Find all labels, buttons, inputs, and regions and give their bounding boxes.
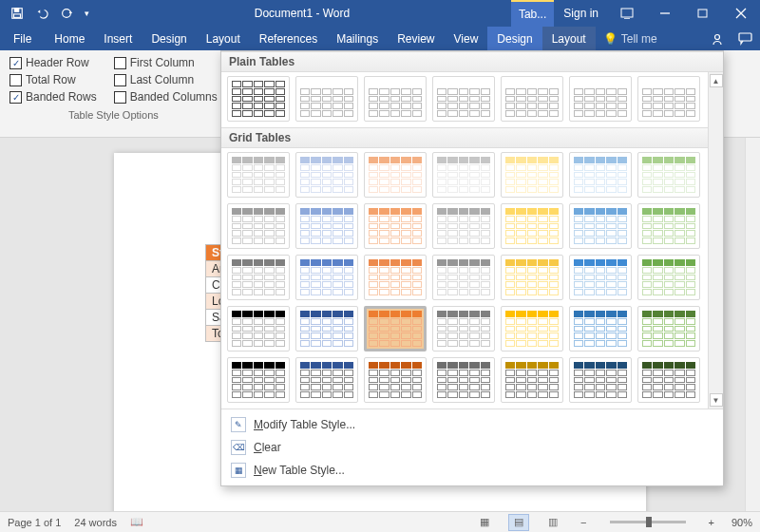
menu-label: Clear [254,441,281,454]
table-style-thumb[interactable] [295,255,358,300]
vertical-scrollbar[interactable] [745,138,760,511]
qat-customize-button[interactable]: ▾ [80,2,93,25]
table-style-thumb[interactable] [364,357,427,403]
check-banded-columns[interactable]: Banded Columns [114,90,218,104]
tab-view[interactable]: View [445,27,488,50]
title-bar: ▾ Document1 - Word Tab... Sign in [0,0,760,27]
menu-new-table-style[interactable]: ▦New Table Style... [221,459,723,482]
table-style-thumb[interactable] [501,76,563,122]
table-style-thumb[interactable] [295,306,358,352]
svg-rect-4 [621,9,633,17]
table-style-thumb[interactable] [295,203,358,249]
table-style-thumb[interactable] [569,203,632,249]
table-style-thumb[interactable] [501,255,563,300]
check-label: First Column [130,56,195,69]
check-header-row[interactable]: ✓Header Row [10,56,97,69]
table-style-thumb[interactable] [569,76,632,122]
close-button[interactable] [722,0,760,27]
group-label: Table Style Options [10,109,218,121]
menu-modify-table-style[interactable]: ✎Modify Table Style... [221,413,723,436]
table-style-thumb[interactable] [364,152,427,198]
table-style-thumb[interactable] [637,357,700,403]
tab-references[interactable]: References [250,27,327,50]
proofing-icon[interactable]: 📖 [130,516,143,528]
check-total-row[interactable]: Total Row [10,73,97,86]
table-style-thumb[interactable] [637,306,700,352]
tab-table-layout[interactable]: Layout [542,27,596,50]
zoom-level[interactable]: 90% [732,517,752,528]
table-style-thumb[interactable] [637,255,700,300]
view-web-layout-button[interactable]: ▥ [542,514,563,531]
minimize-button[interactable] [646,0,684,27]
gallery-scrollbar[interactable]: ▲ ▼ [708,72,723,408]
table-style-thumb[interactable] [501,357,563,403]
table-style-thumb[interactable] [227,152,290,198]
table-style-thumb[interactable] [501,152,563,198]
table-style-thumb[interactable] [227,203,290,249]
tab-design[interactable]: Design [142,27,196,50]
sign-in-link[interactable]: Sign in [554,7,608,20]
check-last-column[interactable]: Last Column [114,73,218,86]
check-banded-rows[interactable]: ✓Banded Rows [10,90,97,104]
svg-rect-10 [739,33,751,41]
menu-label: Modify Table Style... [254,418,355,431]
view-read-mode-button[interactable]: ▦ [474,514,495,531]
comments-button[interactable] [732,32,760,46]
zoom-out-button[interactable]: − [577,517,590,528]
table-style-thumb[interactable] [432,152,495,198]
table-style-thumb[interactable] [637,76,700,122]
table-style-thumb[interactable] [364,255,427,300]
table-style-thumb[interactable] [569,255,632,300]
zoom-slider[interactable] [610,521,686,523]
table-style-thumb[interactable] [637,203,700,249]
table-style-thumb[interactable] [432,357,495,403]
table-style-thumb[interactable] [227,76,290,122]
share-button[interactable] [703,32,732,46]
table-style-thumb[interactable] [569,152,632,198]
scroll-up-button[interactable]: ▲ [710,74,723,87]
tab-file[interactable]: File [0,27,45,50]
maximize-button[interactable] [684,0,722,27]
tab-review[interactable]: Review [388,27,444,50]
table-style-thumb[interactable] [227,255,290,300]
tab-home[interactable]: Home [45,27,94,50]
table-style-thumb[interactable] [227,357,290,403]
table-style-thumb[interactable] [364,306,427,352]
table-style-thumb[interactable] [432,76,495,122]
tell-me-search[interactable]: 💡Tell me [596,27,665,50]
table-style-thumb[interactable] [295,357,358,403]
table-style-thumb[interactable] [432,255,495,300]
redo-button[interactable] [55,2,78,25]
table-style-thumb[interactable] [432,306,495,352]
undo-button[interactable] [30,2,53,25]
table-style-thumb[interactable] [364,76,427,122]
status-page[interactable]: Page 1 of 1 [8,517,61,528]
table-style-thumb[interactable] [501,306,563,352]
tab-layout[interactable]: Layout [197,27,250,50]
check-first-column[interactable]: First Column [114,56,218,69]
status-words[interactable]: 24 words [74,517,117,528]
svg-rect-1 [14,9,18,12]
table-style-thumb[interactable] [569,306,632,352]
tab-insert[interactable]: Insert [94,27,142,50]
tab-table-design[interactable]: Design [487,27,542,50]
table-style-thumb[interactable] [295,76,358,122]
table-style-thumb[interactable] [295,152,358,198]
table-style-thumb[interactable] [432,203,495,249]
table-style-thumb[interactable] [227,306,290,352]
zoom-in-button[interactable]: + [705,517,718,528]
menu-clear[interactable]: ⌫Clear [221,436,723,459]
save-button[interactable] [6,2,28,25]
menu-label: New Table Style... [254,464,345,477]
tab-mailings[interactable]: Mailings [327,27,388,50]
check-label: Total Row [26,73,76,86]
ribbon-panel: ✓Header Row Total Row ✓Banded Rows First… [0,50,760,138]
view-print-layout-button[interactable]: ▤ [508,514,529,531]
table-style-thumb[interactable] [637,152,700,198]
table-style-thumb[interactable] [364,203,427,249]
scroll-down-button[interactable]: ▼ [710,393,723,407]
ribbon-display-options-button[interactable] [608,0,646,27]
table-style-thumb[interactable] [501,203,563,249]
table-style-thumb[interactable] [569,357,632,403]
svg-rect-2 [14,14,21,18]
